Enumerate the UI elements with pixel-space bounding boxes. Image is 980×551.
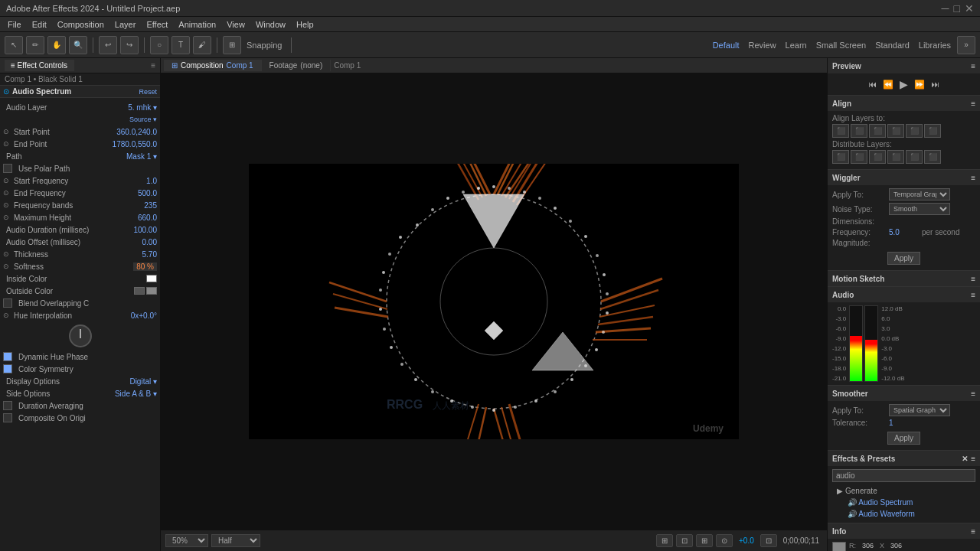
prop-composite: Composite On Origi	[0, 412, 160, 424]
preview-header[interactable]: Preview ≡	[828, 58, 980, 73]
align-right[interactable]: ⬛	[869, 124, 886, 138]
minimize-icon[interactable]: ─	[942, 2, 949, 15]
reset-button[interactable]: Reset	[139, 88, 157, 96]
menu-animation[interactable]: Animation	[174, 18, 220, 31]
audio-header[interactable]: Audio ≡	[828, 287, 980, 302]
workspace-review[interactable]: Review	[746, 41, 779, 50]
svg-point-44	[606, 292, 609, 295]
always-preview[interactable]: ⊞	[656, 534, 673, 547]
dist-center-h[interactable]: ⬛	[851, 150, 867, 164]
prev-frame-btn[interactable]: ⏪	[883, 80, 893, 90]
shape-tool[interactable]: ○	[150, 36, 168, 54]
hand-tool[interactable]: ✋	[47, 36, 66, 54]
play-btn[interactable]: ▶	[900, 78, 908, 90]
menu-window[interactable]: Window	[251, 18, 290, 31]
audio-content: 0.0 -3.0 -6.0 -9.0 -12.0 -15.0 -18.0 -21…	[828, 302, 980, 385]
smoother-header[interactable]: Smoother ≡	[828, 386, 980, 401]
viewport: RRCG 人人素材 Udemy	[161, 73, 827, 530]
meter-fill-left	[850, 336, 862, 381]
menu-help[interactable]: Help	[292, 18, 318, 31]
brush-tool[interactable]: 🖌	[193, 36, 211, 54]
align-bottom[interactable]: ⬛	[924, 124, 941, 138]
pen-tool[interactable]: ✏	[26, 36, 44, 54]
align-title: Align	[832, 99, 851, 108]
wiggler-header[interactable]: Wiggler ≡	[828, 170, 980, 185]
snapping-toggle[interactable]: ⊞	[223, 36, 241, 54]
selection-tool[interactable]: ↖	[5, 36, 23, 54]
maximize-icon[interactable]: □	[954, 2, 960, 15]
show-channel[interactable]: ⊙	[716, 534, 733, 547]
text-tool[interactable]: T	[172, 36, 190, 54]
workspace-small-screen[interactable]: Small Screen	[813, 41, 869, 50]
skip-start-btn[interactable]: ⏮	[868, 80, 877, 89]
region-of-interest[interactable]: ⊡	[676, 534, 693, 547]
effects-presets-close[interactable]: ✕	[962, 455, 968, 463]
tab-composition[interactable]: ⊞ Composition Comp 1	[164, 60, 262, 71]
align-center-v[interactable]: ⬛	[906, 124, 923, 138]
blend-check[interactable]	[3, 298, 12, 308]
effect-enable-toggle[interactable]: ⊙	[3, 87, 9, 96]
align-left[interactable]: ⬛	[832, 124, 849, 138]
align-header[interactable]: Align ≡	[828, 96, 980, 111]
menu-file[interactable]: File	[3, 18, 26, 31]
inside-color-swatch[interactable]	[146, 275, 157, 282]
effect-audio-waveform[interactable]: 🔊 Audio Waveform	[832, 508, 975, 520]
wiggler-noise-select[interactable]: Smooth	[889, 203, 950, 215]
dist-left[interactable]: ⬛	[832, 150, 849, 164]
hue-dial[interactable]	[69, 324, 92, 347]
align-top[interactable]: ⬛	[887, 124, 904, 138]
smoother-apply-select[interactable]: Spatial Graph	[889, 404, 950, 416]
zoom-tool[interactable]: 🔍	[69, 36, 87, 54]
effect-audio-spectrum[interactable]: 🔊 Audio Spectrum	[832, 497, 975, 508]
undo-btn[interactable]: ↩	[99, 36, 117, 54]
extend-workspaces[interactable]: »	[957, 36, 975, 54]
svg-point-33	[462, 191, 465, 194]
prop-polar-path: Use Polar Path	[0, 162, 160, 174]
zoom-select[interactable]: 50% 100% 25%	[165, 534, 208, 547]
effects-search-input[interactable]	[832, 469, 975, 482]
next-frame-btn[interactable]: ⏩	[914, 80, 925, 90]
redo-btn[interactable]: ↪	[120, 36, 139, 54]
menu-edit[interactable]: Edit	[28, 18, 51, 31]
transparency-grid[interactable]: ⊞	[696, 534, 713, 547]
dist-top[interactable]: ⬛	[887, 150, 904, 164]
panel-menu-icon[interactable]: ≡	[151, 61, 155, 70]
motion-sketch-header[interactable]: Motion Sketch ≡	[828, 271, 980, 286]
dist-center-v[interactable]: ⬛	[906, 150, 923, 164]
duration-avg-check[interactable]	[3, 401, 12, 410]
smoother-section: Smoother ≡ Apply To: Spatial Graph Toler…	[828, 386, 980, 451]
quality-select[interactable]: Half Full Quarter	[211, 534, 260, 547]
effects-presets-header[interactable]: Effects & Presets ✕ ≡	[828, 451, 980, 466]
svg-point-30	[416, 223, 419, 227]
menu-effect[interactable]: Effect	[142, 18, 172, 31]
wiggler-apply-select[interactable]: Temporal Graph	[889, 188, 950, 201]
folder-arrow: ▶	[837, 487, 843, 495]
align-center-h[interactable]: ⬛	[851, 124, 867, 138]
skip-end-btn[interactable]: ⏭	[931, 80, 939, 89]
dist-bottom[interactable]: ⬛	[924, 150, 941, 164]
info-content: R: 306 X 306 G: Y 1052 B:	[828, 539, 980, 551]
workspace-learn[interactable]: Learn	[782, 41, 810, 50]
outside-color-swatch[interactable]	[134, 287, 145, 295]
generate-folder[interactable]: ▶ Generate	[832, 485, 975, 497]
color-sym-check[interactable]	[3, 364, 12, 373]
menu-view[interactable]: View	[222, 18, 250, 31]
outside-color-swatch2[interactable]	[146, 287, 157, 295]
info-header[interactable]: Info ≡	[828, 523, 980, 539]
close-icon[interactable]: ✕	[965, 2, 974, 15]
prop-source: Source ▾	[0, 113, 160, 126]
workspace-standard[interactable]: Standard	[872, 41, 913, 50]
wiggler-apply-btn[interactable]: Apply	[887, 252, 920, 265]
dynamic-hue-check[interactable]	[3, 352, 12, 361]
smoother-apply-btn[interactable]: Apply	[887, 432, 920, 445]
workspace-libraries[interactable]: Libraries	[916, 41, 954, 50]
render-btn[interactable]: ⊡	[760, 534, 777, 547]
tab-effect-controls[interactable]: ≡ Effect Controls	[5, 60, 74, 71]
composite-check[interactable]	[3, 413, 12, 422]
menu-layer[interactable]: Layer	[110, 18, 141, 31]
tab-footage[interactable]: Footage (none)	[262, 60, 332, 71]
menu-composition[interactable]: Composition	[53, 18, 109, 31]
workspace-default[interactable]: Default	[710, 41, 743, 50]
dist-right[interactable]: ⬛	[869, 150, 886, 164]
polar-path-check[interactable]	[3, 164, 12, 173]
